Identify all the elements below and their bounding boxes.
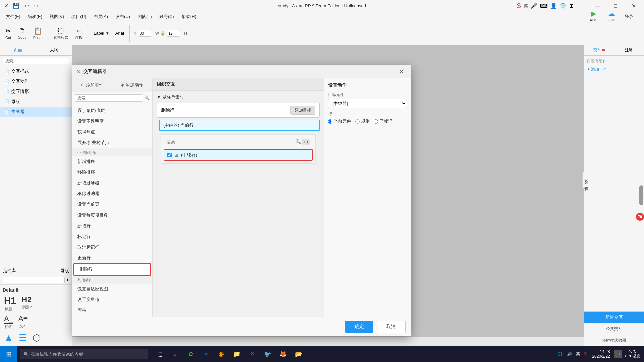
action-item-expand[interactable]: 展开/折叠树节点 [72,137,152,148]
save-icon[interactable]: 💾 [12,2,21,10]
login-button[interactable]: 登录 [622,12,636,21]
add-event-tab[interactable]: ⊕ 添加事件 [72,78,112,92]
font-selector[interactable]: Arial [113,29,127,37]
h1-item[interactable]: H1 标题 1 [4,295,16,312]
select-mode-button[interactable]: ⬚ 选择模式 [51,25,71,41]
maximize-button[interactable]: □ [608,0,623,12]
label-selector[interactable]: Label ▾ [91,29,111,37]
action-item-remove-sort[interactable]: 移除排序 [72,167,152,178]
taskbar-edge[interactable]: e [168,347,182,361]
current-element-radio[interactable]: 当前元件 [328,118,351,124]
label-item[interactable]: A_ 标签 [4,314,13,329]
h-field[interactable]: H [183,29,189,37]
undo-icon[interactable]: ↩ [23,2,30,10]
tab-page[interactable]: 页面 [0,45,36,55]
modal-close-button[interactable]: ✕ [396,67,407,77]
sidebar-item-interaction-action[interactable]: 📄 交互动作 [0,76,72,86]
sidebar-search[interactable] [0,56,72,66]
tab-interaction[interactable]: 交互 [584,45,614,55]
menu-file[interactable]: 文件(F) [3,12,24,21]
action-item-add-sort[interactable]: 新增排序 [72,156,152,167]
target-element-select[interactable]: (中继器) [328,99,407,108]
rule-radio[interactable]: 规则 [355,118,370,124]
action-item-top-bottom[interactable]: 置于顶层/底层 [72,105,152,116]
y-input[interactable] [138,30,151,37]
grid-icon[interactable]: ⊞ [569,3,574,9]
action-item-wait[interactable]: 等待 [72,305,152,316]
widget-item-1[interactable]: ▲ [4,332,13,343]
widget-item-3[interactable]: ⬡ [33,332,41,343]
taskbar-firefox[interactable]: 🦊 [276,347,290,361]
action-item-add-row[interactable]: 新增行 [72,221,152,231]
user-icon[interactable]: 👤 [550,3,557,9]
tab-notes[interactable]: 注释 [614,45,644,55]
sougou-icon[interactable]: S [583,352,588,356]
target-checkbox[interactable] [167,153,172,157]
menu-edit[interactable]: 编辑(E) [24,12,46,21]
taskbar-chrome[interactable]: ◉ [215,347,228,361]
tab-outline[interactable]: 大纲 [36,45,72,55]
start-button[interactable]: ⊞ [0,346,17,362]
menu-publish[interactable]: 发布(U) [112,12,133,21]
menu-layout[interactable]: 布局(A) [90,12,111,21]
minimize-button[interactable]: — [590,0,605,12]
keyboard-icon[interactable]: ⌨ [540,3,548,9]
modal-search-input[interactable] [75,94,143,102]
menu-team[interactable]: 团队(T) [134,12,155,21]
action-item-set-pagesize[interactable]: 设置每页项目数 [72,210,152,221]
text-item[interactable]: A≡ 文本 [18,314,28,329]
copy-button[interactable]: ⧉ Copy [15,25,29,41]
action-item-remove-filter[interactable]: 移除过滤器 [72,188,152,199]
target-item-repeater[interactable]: ⊞ (中继器) [164,149,313,161]
action-item-opacity[interactable]: 设置不透明度 [72,116,152,127]
action-item-variable[interactable]: 设置变量值 [72,294,152,305]
sidebar-item-master[interactable]: 📄 母版 [0,97,72,107]
marked-radio[interactable]: 已标记 [374,118,392,124]
h2-item[interactable]: H2 标题 2 [21,295,32,312]
taskbar-files[interactable]: 📂 [292,347,305,361]
paste-button[interactable]: 📋 Paste [31,25,45,41]
marked-radio-input[interactable] [374,119,378,124]
hover-style-button[interactable]: 停时样式效果 [584,335,644,346]
close-button[interactable]: ✕ [626,0,641,12]
action-item-add-filter[interactable]: 新增过滤器 [72,178,152,188]
target-search-input[interactable] [166,139,294,144]
action-item-set-page[interactable]: 设置当前页 [72,199,152,210]
collapse-icon[interactable]: ▼ [157,95,161,100]
taskbar-search-box[interactable]: 🔍 在这里输入你要搜索的内容 [20,349,148,359]
sidebar-search-input[interactable] [3,58,69,64]
menu-account[interactable]: 账号(C) [156,12,177,21]
taskbar-taskview[interactable]: ⬚ [153,347,166,361]
interaction-side-tab[interactable]: 交互 [583,174,590,179]
add-library-icon[interactable]: + [66,277,69,283]
action-item-delete-row[interactable]: 删除行 [73,263,151,276]
current-element-radio-input[interactable] [328,119,332,124]
library-search-input[interactable] [3,277,65,283]
sidebar-item-interaction-style[interactable]: 📄 交互样式 [0,66,72,76]
menu-help[interactable]: 帮助(H) [178,12,200,21]
action-item-focus[interactable]: 获得焦点 [72,127,152,137]
menu-view[interactable]: 视图(V) [46,12,67,21]
shirt-icon[interactable]: 👕 [560,3,567,9]
action-item-unmark-row[interactable]: 取消标记行 [72,242,152,253]
mic-icon[interactable]: 🎤 [531,3,537,9]
scroll-indicator[interactable] [639,185,643,205]
volume-icon[interactable]: 🔊 [566,352,573,356]
rule-radio-input[interactable] [355,119,360,124]
confirm-button[interactable]: 确定 [345,321,373,333]
w-field[interactable]: W 🔒 [154,28,181,38]
taskbar-swirl[interactable]: ✿ [184,347,197,361]
taskbar-folder[interactable]: 📁 [230,347,244,361]
cancel-button[interactable]: 取消 [377,321,406,333]
add-target-button[interactable]: 添加目标 [290,106,315,115]
target-options-icon[interactable]: (t) [302,139,310,145]
action-item-mark-row[interactable]: 标记行 [72,231,152,242]
taskbar-clock[interactable]: 14:28 2020/2/22 [589,349,612,359]
new-interaction-button[interactable]: 新建交互 [584,312,644,323]
notification-center-button[interactable]: □ [614,350,622,358]
current-row-label[interactable]: (中继器) 当前行 [159,120,320,131]
redo-icon[interactable]: ↪ [32,2,39,10]
taskbar-axure[interactable]: ✕ [246,347,259,361]
taskbar-bird[interactable]: 🐦 [261,347,274,361]
public-interaction-button[interactable]: 公共交互 [584,323,644,335]
